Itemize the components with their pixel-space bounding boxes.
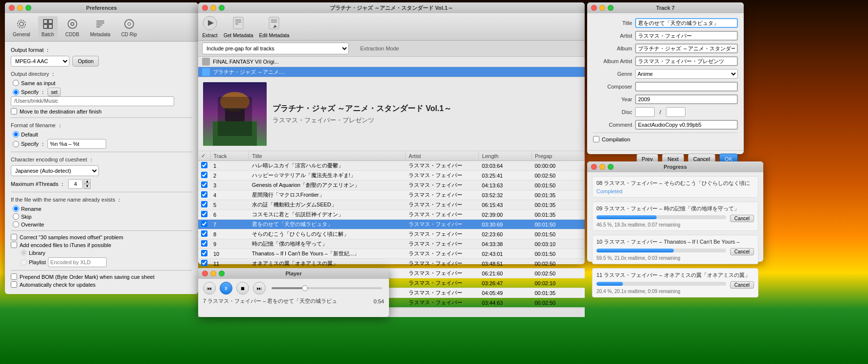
track-check[interactable] xyxy=(198,181,210,190)
compilation-checkbox[interactable] xyxy=(593,136,599,142)
track-artist: ラスマス・フェイバー xyxy=(406,269,479,278)
table-row[interactable]: 3 Genesis of Aquarion「創聖のアクエリオン」 ラスマス・フェ… xyxy=(198,181,585,190)
track-check[interactable] xyxy=(198,210,210,220)
artist-input[interactable] xyxy=(635,31,738,41)
auto-check-row: Automatically check for updates xyxy=(11,281,192,288)
rename-radio[interactable] xyxy=(13,205,19,212)
move-to-dest-checkbox[interactable] xyxy=(11,108,17,114)
table-row[interactable]: 5 水の証「機動戦士ガンダムSEED」 ラスマス・フェイバー 06:15:43 … xyxy=(198,200,585,210)
maximize-button[interactable] xyxy=(25,5,31,11)
progress-cancel-button[interactable]: Cancel xyxy=(730,248,754,255)
disc-total-input[interactable] xyxy=(666,107,685,117)
format-default-radio[interactable] xyxy=(13,131,19,137)
track-check[interactable] xyxy=(198,190,210,200)
player-maximize-button[interactable] xyxy=(219,271,225,276)
toolbar-metadata[interactable]: Metadata xyxy=(87,16,114,38)
track-check[interactable] xyxy=(198,171,210,181)
auto-check-checkbox[interactable] xyxy=(11,281,17,288)
progress-minimize-button[interactable] xyxy=(599,164,605,170)
set-button[interactable]: set xyxy=(47,88,61,96)
stepper-up[interactable]: ▲ xyxy=(84,179,91,184)
main-maximize-button[interactable] xyxy=(219,5,225,11)
player-play-pause-button[interactable]: ⏸ xyxy=(220,282,232,295)
specify-radio[interactable] xyxy=(13,89,19,95)
extract-toolbar-item[interactable]: Extract xyxy=(202,15,218,38)
track-minimize-button[interactable] xyxy=(599,5,605,11)
track-check[interactable] xyxy=(198,249,210,259)
progress-bar-wrap xyxy=(596,282,726,286)
stepper-down[interactable]: ▼ xyxy=(84,184,91,189)
table-row[interactable]: 8 そらのむこう「ひぐらしのなく頃に解」 ラスマス・フェイバー 02:23:60… xyxy=(198,229,585,239)
max-threads-input[interactable] xyxy=(68,179,83,189)
format-filename-label: Format of filename ： xyxy=(11,122,192,129)
table-row[interactable]: 10 Thanatos – If I Can't Be Yours –「新世紀.… xyxy=(198,249,585,259)
progress-cancel-button[interactable]: Cancel xyxy=(730,281,754,289)
toolbar-general-label: General xyxy=(13,32,30,37)
table-row[interactable]: 6 コスモスに君と「伝説巨神イデオン」 ラスマス・フェイバー 02:39:00 … xyxy=(198,210,585,220)
main-close-button[interactable] xyxy=(202,5,208,11)
player-next-button[interactable]: ⏭ xyxy=(253,282,266,295)
add-itunes-checkbox[interactable] xyxy=(11,242,17,248)
track-pregap: 00:01:50 xyxy=(532,181,585,190)
playlist-input xyxy=(48,257,107,267)
toolbar-batch[interactable]: Batch xyxy=(38,16,58,38)
extraction-mode-select[interactable]: Include pre-gap for all tracks xyxy=(202,43,349,54)
album-list-item-2[interactable]: プラチナ・ジャズ ～アニメ.... xyxy=(198,67,585,77)
toolbar-general[interactable]: General xyxy=(10,16,33,38)
option-button[interactable]: Option xyxy=(72,56,99,67)
skip-radio[interactable] xyxy=(13,213,19,220)
output-format-select[interactable]: MPEG-4 AAC xyxy=(11,56,69,67)
track-check[interactable] xyxy=(198,229,210,239)
album-artist-input[interactable] xyxy=(635,56,738,66)
player-prev-button[interactable]: ⏮ xyxy=(203,282,216,295)
main-minimize-button[interactable] xyxy=(210,5,216,11)
album-list-item-1[interactable]: FINAL FANTASY VII Origi... xyxy=(198,57,585,67)
toolbar-cdrip[interactable]: CD Rip xyxy=(118,16,140,38)
minimize-button[interactable] xyxy=(17,5,23,11)
table-row[interactable]: 11 オネアミスの翼「オネアミスの翼」 ラスマス・フェイバー 03:48:51 … xyxy=(198,259,585,269)
overwrite-radio[interactable] xyxy=(13,221,19,228)
player-progress-slider[interactable] xyxy=(272,287,382,289)
progress-cancel-button[interactable]: Cancel xyxy=(730,215,754,222)
track-maximize-button[interactable] xyxy=(608,5,614,11)
album-input[interactable] xyxy=(635,44,738,53)
format-specify-input[interactable] xyxy=(47,139,106,149)
track-close-button[interactable] xyxy=(591,5,597,11)
char-encoding-select[interactable]: Japanese (Auto-detect) xyxy=(11,165,99,176)
track-check[interactable] xyxy=(198,259,210,269)
player-minimize-button[interactable] xyxy=(210,271,216,276)
toolbar-cddb[interactable]: CDDB xyxy=(63,16,82,38)
progress-close-button[interactable] xyxy=(591,164,597,170)
table-row[interactable]: 4 星間飛行「マクロスFrontier」 ラスマス・フェイバー 03:52:32… xyxy=(198,190,585,200)
progress-maximize-button[interactable] xyxy=(608,164,614,170)
track-check[interactable] xyxy=(198,200,210,210)
move-to-dest-label: Move to the destination after finish xyxy=(20,109,102,114)
track-length: 06:21:60 xyxy=(479,269,532,278)
table-row[interactable]: 7 君をのせて「天空の城ラピュタ」 ラスマス・フェイバー 03:30:69 00… xyxy=(198,220,585,229)
correct-offset-checkbox[interactable] xyxy=(11,234,17,240)
player-slider-thumb[interactable] xyxy=(302,285,308,291)
year-input[interactable] xyxy=(635,94,738,104)
track-length: 03:30:69 xyxy=(479,220,532,229)
table-row[interactable]: 1 ハレ晴レユカイ「涼宮ハルヒの憂鬱」 ラスマス・フェイバー 03:03:64 … xyxy=(198,161,585,171)
edit-metadata-toolbar-item[interactable]: Edit Metadata xyxy=(259,15,290,38)
close-button[interactable] xyxy=(9,5,15,11)
title-input[interactable] xyxy=(635,18,738,28)
track-check[interactable] xyxy=(198,239,210,249)
genre-select[interactable]: Anime xyxy=(635,69,738,79)
comment-input[interactable] xyxy=(635,120,738,130)
itunes-type-group: Library Playlist xyxy=(11,250,192,267)
svg-rect-27 xyxy=(224,108,246,110)
table-row[interactable]: 2 ハッピー☆マテリアル「魔法先生ネギま!」 ラスマス・フェイバー 03:25:… xyxy=(198,171,585,181)
get-metadata-toolbar-item[interactable]: Get Metadata xyxy=(224,15,253,38)
disc-input[interactable] xyxy=(635,107,655,117)
track-check[interactable] xyxy=(198,161,210,171)
track-check[interactable] xyxy=(198,220,210,229)
format-specify-radio[interactable] xyxy=(13,141,19,147)
same-as-input-radio[interactable] xyxy=(13,80,19,86)
table-row[interactable]: 9 時の記憶「僕の地球を守って」 ラスマス・フェイバー 04:33:38 00:… xyxy=(198,239,585,249)
composer-input[interactable] xyxy=(635,82,738,91)
prepend-bom-checkbox[interactable] xyxy=(11,273,17,280)
player-close-button[interactable] xyxy=(202,271,208,276)
player-stop-button[interactable]: ⏹ xyxy=(236,282,249,295)
